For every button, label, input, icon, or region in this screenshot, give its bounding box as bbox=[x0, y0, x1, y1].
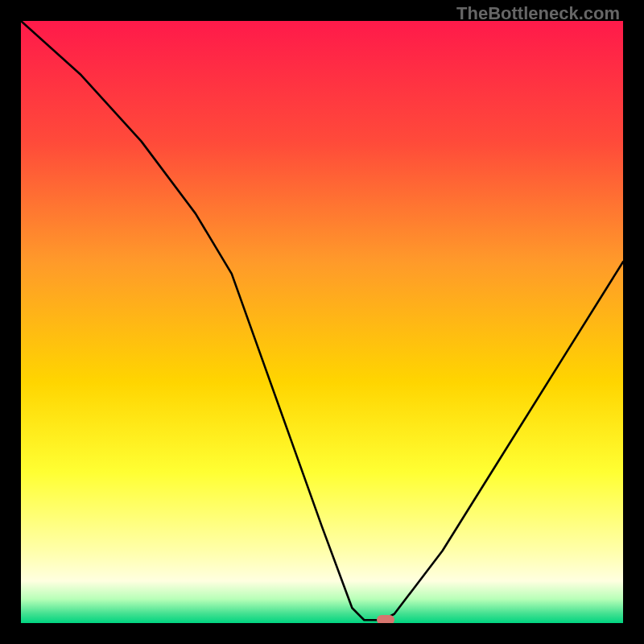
minimum-marker bbox=[377, 615, 394, 624]
plot-area bbox=[21, 21, 623, 623]
bottleneck-curve bbox=[21, 21, 623, 623]
chart-container: TheBottleneck.com bbox=[0, 0, 644, 644]
